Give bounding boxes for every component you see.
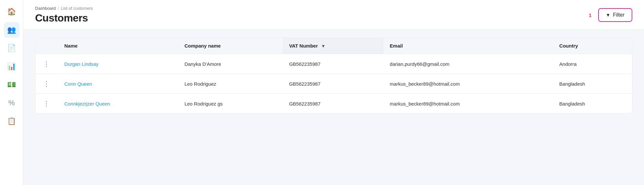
row-country: Bangladesh	[553, 94, 632, 114]
row-vat: GB562235987	[283, 54, 383, 74]
col-country: Country	[553, 38, 632, 54]
sidebar-item-billing[interactable]: 💵	[4, 77, 19, 92]
row-company: Leo Rodriguez gs	[178, 94, 283, 114]
table-row: ⋮ Connkjezrjzer Queen Leo Rodriguez gs G…	[35, 94, 632, 114]
row-email: markus_becker89@hotmail.com	[383, 94, 553, 114]
col-vat[interactable]: VAT Number ▼	[283, 38, 383, 54]
table-area: Name Company name VAT Number ▼ Email Cou…	[23, 30, 644, 185]
filter-button[interactable]: ▼ Filter	[598, 8, 632, 22]
customer-name-link[interactable]: Connkjezrjzer Queen	[64, 101, 110, 107]
col-company: Company name	[178, 38, 283, 54]
row-email: darian.purdy66@gmail.com	[383, 54, 553, 74]
row-menu-cell: ⋮	[35, 94, 58, 114]
row-country: Andorra	[553, 54, 632, 74]
breadcrumb-dashboard[interactable]: Dashboard	[35, 6, 56, 11]
sidebar-item-notes[interactable]: 📋	[4, 113, 19, 129]
row-name[interactable]: Conn Queen	[58, 74, 178, 94]
filter-icon: ▼	[606, 12, 611, 18]
breadcrumb-current: List of customers	[61, 6, 93, 11]
sidebar-item-documents[interactable]: 📄	[4, 40, 19, 56]
row-country: Bangladesh	[553, 74, 632, 94]
page-title: Customers	[35, 12, 93, 24]
col-name: Name	[58, 38, 178, 54]
sidebar-item-home[interactable]: 🏠	[4, 4, 19, 20]
filter-label: Filter	[613, 12, 625, 18]
row-company: Danyka D'Amore	[178, 54, 283, 74]
table-header-row: Name Company name VAT Number ▼ Email Cou…	[35, 38, 632, 54]
filter-badge: 1	[589, 12, 591, 18]
row-company: Leo Rodriguez	[178, 74, 283, 94]
row-vat: GB562235987	[283, 94, 383, 114]
main-content: Dashboard / List of customers Customers …	[23, 0, 644, 185]
col-menu	[35, 38, 58, 54]
customers-table-card: Name Company name VAT Number ▼ Email Cou…	[35, 37, 632, 114]
header-left: Dashboard / List of customers Customers	[35, 6, 93, 24]
breadcrumb: Dashboard / List of customers	[35, 6, 93, 11]
sidebar-item-discount[interactable]: %	[4, 95, 19, 111]
sidebar: 🏠👥📄📊💵%📋	[0, 0, 23, 185]
row-name[interactable]: Connkjezrjzer Queen	[58, 94, 178, 114]
row-menu-cell: ⋮	[35, 54, 58, 74]
customer-name-link[interactable]: Conn Queen	[64, 81, 92, 87]
header-right: 1 ▼ Filter	[589, 8, 632, 22]
row-name[interactable]: Durgan Lindsay	[58, 54, 178, 74]
row-menu-icon[interactable]: ⋮	[42, 60, 51, 67]
page-header: Dashboard / List of customers Customers …	[23, 0, 644, 30]
row-email: markus_becker89@hotmail.com	[383, 74, 553, 94]
table-row: ⋮ Durgan Lindsay Danyka D'Amore GB562235…	[35, 54, 632, 74]
sort-icon: ▼	[321, 44, 325, 49]
table-row: ⋮ Conn Queen Leo Rodriguez GB562235987 m…	[35, 74, 632, 94]
row-menu-icon[interactable]: ⋮	[42, 80, 51, 87]
customers-table: Name Company name VAT Number ▼ Email Cou…	[35, 38, 632, 113]
row-menu-cell: ⋮	[35, 74, 58, 94]
col-email: Email	[383, 38, 553, 54]
row-menu-icon[interactable]: ⋮	[42, 100, 51, 107]
customer-name-link[interactable]: Durgan Lindsay	[64, 61, 98, 67]
breadcrumb-separator: /	[58, 6, 59, 11]
sidebar-item-customers[interactable]: 👥	[4, 22, 19, 38]
row-vat: GB562235987	[283, 74, 383, 94]
sidebar-item-reports[interactable]: 📊	[4, 59, 19, 74]
